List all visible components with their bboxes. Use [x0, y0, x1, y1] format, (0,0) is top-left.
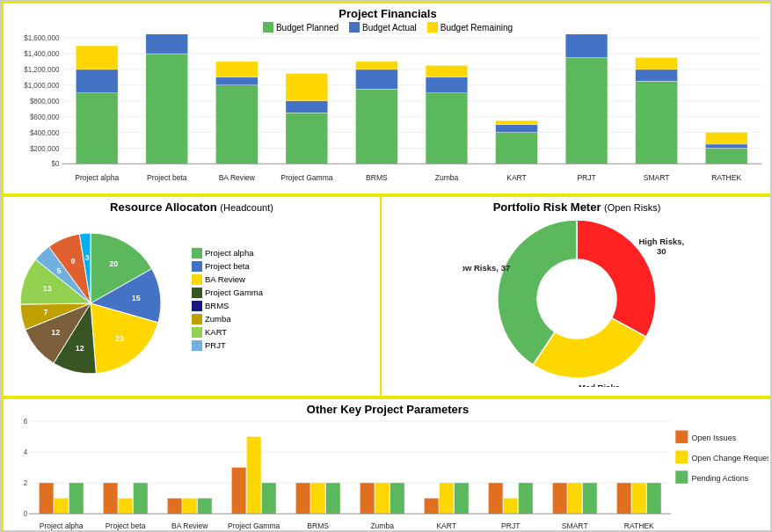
svg-text:9: 9: [70, 257, 75, 266]
svg-rect-95: [247, 437, 261, 514]
resource-title: Resource Allocaton (Headcount): [7, 200, 376, 214]
svg-rect-115: [568, 483, 582, 514]
svg-rect-34: [356, 89, 398, 164]
svg-rect-22: [146, 54, 188, 164]
legend-remaining: Budget Remaining: [427, 22, 513, 33]
svg-rect-88: [134, 483, 148, 514]
svg-text:BRMS: BRMS: [307, 521, 329, 530]
svg-text:3: 3: [84, 253, 89, 262]
svg-text:SMART: SMART: [562, 521, 588, 530]
svg-rect-103: [375, 483, 390, 514]
svg-text:Pending Actions: Pending Actions: [691, 474, 748, 483]
legend-planned-color: [263, 22, 273, 33]
svg-rect-27: [215, 77, 258, 85]
pie-legend-label: KART: [205, 327, 227, 337]
svg-rect-82: [40, 483, 54, 514]
pie-section: 2015231212713593 Project alphaProject be…: [7, 215, 376, 383]
svg-text:$400,000: $400,000: [30, 129, 60, 137]
params-title: Other Key Project Parameters: [7, 403, 768, 416]
svg-text:KART: KART: [506, 173, 527, 182]
svg-rect-18: [76, 93, 118, 164]
svg-rect-54: [705, 148, 747, 164]
svg-text:Zumba: Zumba: [435, 173, 459, 182]
svg-rect-36: [356, 62, 398, 69]
svg-rect-52: [636, 57, 678, 69]
pie-legend-item: Zumba: [192, 314, 263, 324]
svg-rect-102: [361, 483, 375, 514]
legend-actual-label: Budget Actual: [362, 23, 417, 33]
pie-legend-item: BRMS: [192, 301, 263, 311]
svg-rect-50: [636, 81, 678, 164]
pie-legend-item: Project alpha: [192, 248, 263, 259]
pie-legend-item: Project Gamma: [192, 288, 263, 298]
pie-legend-label: Project beta: [205, 261, 250, 271]
svg-rect-92: [198, 499, 212, 514]
pie-legend-color: [192, 301, 202, 311]
pie-legend-label: BRMS: [205, 301, 229, 310]
pie-legend-label: Project alpha: [205, 248, 253, 258]
svg-rect-30: [286, 113, 328, 164]
pie-legend-label: Project Gamma: [205, 288, 263, 297]
svg-rect-20: [76, 46, 118, 69]
svg-rect-51: [636, 69, 678, 81]
svg-text:20: 20: [109, 259, 118, 268]
svg-rect-107: [440, 483, 454, 514]
svg-rect-39: [426, 77, 468, 93]
svg-text:SMART: SMART: [644, 173, 670, 182]
legend-planned: Budget Planned: [263, 22, 339, 33]
svg-rect-26: [215, 85, 258, 164]
dashboard: Project Financials Budget Planned Budget…: [2, 2, 772, 532]
svg-text:$1,400,000: $1,400,000: [24, 50, 60, 58]
svg-text:7: 7: [44, 308, 48, 317]
svg-text:Project alpha: Project alpha: [75, 173, 119, 182]
legend-actual-color: [349, 22, 360, 33]
svg-text:KART: KART: [436, 521, 456, 530]
svg-rect-55: [705, 144, 747, 148]
svg-rect-91: [183, 499, 197, 514]
svg-rect-35: [356, 69, 398, 89]
svg-rect-116: [583, 483, 597, 514]
svg-rect-112: [519, 483, 533, 514]
svg-text:RATHEK: RATHEK: [624, 521, 654, 530]
svg-rect-123: [675, 431, 688, 444]
svg-rect-32: [286, 73, 328, 100]
pie-legend-item: Project beta: [192, 261, 263, 272]
legend-actual: Budget Actual: [349, 22, 417, 33]
svg-rect-119: [632, 483, 646, 514]
svg-text:Project Gamma: Project Gamma: [280, 173, 333, 182]
svg-rect-43: [496, 125, 538, 133]
svg-text:30: 30: [657, 246, 666, 256]
svg-text:0: 0: [24, 510, 28, 518]
legend-remaining-color: [427, 22, 438, 33]
svg-text:$1,200,000: $1,200,000: [24, 66, 60, 74]
svg-text:Zumba: Zumba: [370, 521, 394, 530]
params-section: Other Key Project Parameters 6420Project…: [2, 397, 772, 532]
svg-rect-83: [55, 499, 69, 514]
financials-title: Project Financials: [7, 7, 768, 20]
svg-rect-86: [104, 483, 118, 514]
svg-rect-44: [496, 120, 538, 124]
svg-rect-42: [496, 133, 538, 164]
svg-rect-125: [675, 450, 688, 463]
svg-rect-100: [326, 483, 340, 514]
pie-legend-item: KART: [192, 327, 263, 338]
risk-section: Portfolio Risk Meter (Open Risks) High R…: [382, 197, 772, 396]
middle-section: Resource Allocaton (Headcount) 201523121…: [2, 195, 772, 397]
svg-rect-23: [146, 34, 188, 54]
svg-rect-94: [232, 468, 246, 514]
pie-legend-color: [192, 274, 202, 285]
svg-text:12: 12: [51, 328, 60, 337]
svg-text:Project Gamma: Project Gamma: [228, 521, 280, 530]
svg-text:Project beta: Project beta: [147, 173, 187, 182]
svg-text:$0: $0: [51, 160, 59, 168]
svg-text:Open Issues: Open Issues: [691, 434, 736, 442]
svg-text:$800,000: $800,000: [30, 98, 60, 106]
pie-legend-color: [192, 288, 202, 298]
pie-legend-label: Zumba: [205, 314, 231, 324]
svg-text:6: 6: [24, 418, 28, 426]
pie-chart-svg: 2015231212713593: [7, 215, 183, 383]
pie-legend: Project alphaProject betaBA ReviewProjec…: [192, 248, 263, 351]
svg-rect-127: [675, 470, 688, 484]
donut-section: High Risks,30Med Risks,24Low Risks, 37: [385, 215, 768, 383]
params-chart-container: 6420Project alphaProject betaBA ReviewPr…: [7, 418, 768, 532]
